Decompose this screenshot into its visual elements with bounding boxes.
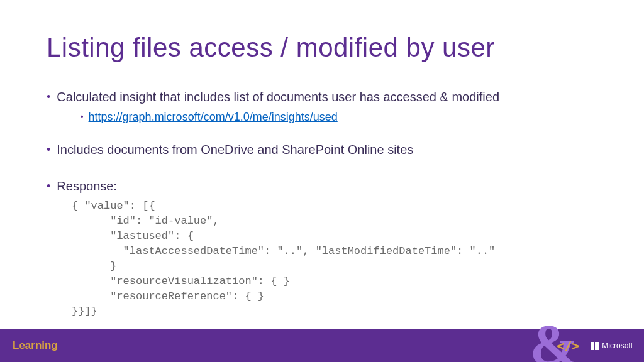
microsoft-text: Microsoft [602,341,633,350]
bullet-dot-icon: • [47,141,50,158]
bullet-item-2: • Includes documents from OneDrive and S… [47,141,606,158]
response-code-block: { "value": [{ "id": "id-value", "lastuse… [72,199,606,319]
bullet-item-3: • Response: [47,177,606,195]
slide-title: Listing files access / modified by user [47,33,495,63]
bullet-text-2: Includes documents from OneDrive and Sha… [57,141,413,158]
bullet-text-1: Calculated insight that includes list of… [57,88,499,106]
microsoft-squares-icon [591,342,599,350]
bullet-text-3: Response: [57,177,117,195]
bullet-item-1: • Calculated insight that includes list … [47,88,606,106]
footer-learning-label: Learning [13,339,58,352]
bullet-dot-icon: • [80,109,84,124]
sub-bullet-link: • https://graph.microsoft/com/v1.0/me/in… [80,109,606,124]
bullet-dot-icon: • [47,177,50,195]
bullet-dot-icon: • [47,88,50,106]
slide-content: • Calculated insight that includes list … [47,88,606,319]
microsoft-logo: Microsoft [591,341,633,350]
slide: Listing files access / modified by user … [0,0,644,362]
api-link[interactable]: https://graph.microsoft/com/v1.0/me/insi… [89,109,338,124]
code-icon: </> [557,338,579,353]
